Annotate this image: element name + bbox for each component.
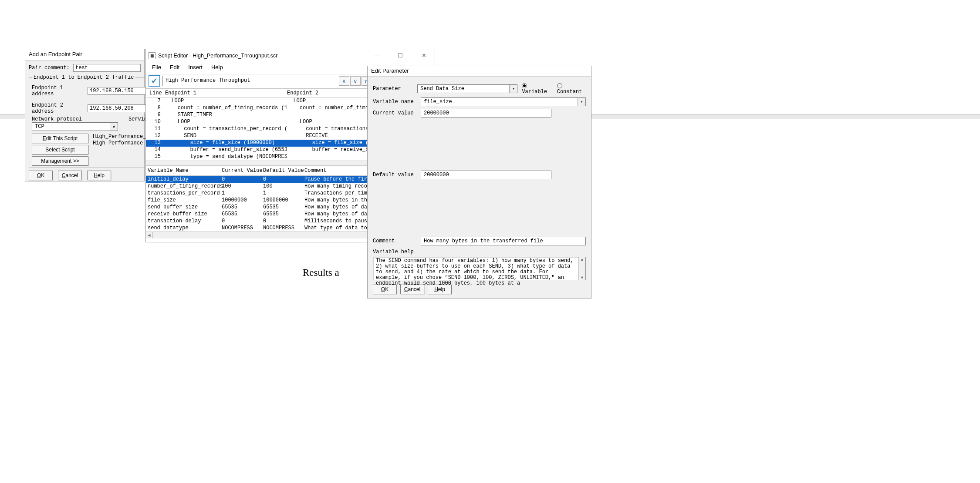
comment-input[interactable] [421,237,586,245]
variable-name-label: Variable name [373,99,416,105]
script-editor-title: Script Editor - High_Performance_Through… [158,53,368,59]
cancel-button[interactable]: Cancel [58,171,82,180]
default-value-label: Default value [373,172,416,178]
parameter-value: Send Data Size [418,85,509,93]
script-name-input[interactable]: High Performance Throughput [162,76,336,86]
current-value-label: Current value [373,110,416,116]
app-icon: ▦ [149,52,155,59]
chevron-down-icon [110,123,118,131]
edit-parameter-title: Edit Parameter [368,66,591,77]
menu-help[interactable]: Help [208,63,226,71]
network-protocol-select[interactable]: TCP [32,122,118,131]
menu-file[interactable]: File [149,63,165,71]
management-button[interactable]: Management >> [32,156,88,166]
help-button[interactable]: Help [87,171,111,180]
default-value-input[interactable] [421,171,551,179]
chevron-down-icon [578,98,585,106]
add-endpoint-pair-window: Add an Endpoint Pair Pair comment: Endpo… [25,49,145,181]
vertical-scrollbar[interactable]: ▲ ▼ [578,257,585,280]
variable-name-select[interactable]: file_size [421,97,586,106]
radio-constant[interactable]: Constant [557,83,586,95]
pair-comment-label: Pair comment: [29,65,73,71]
ok-button[interactable]: OK [373,285,397,294]
ok-button[interactable]: OK [29,171,53,180]
down-arrow-icon[interactable]: ∨ [350,76,361,86]
chevron-down-icon [509,85,517,93]
edit-parameter-window: Edit Parameter Parameter Send Data Size … [367,66,591,299]
col-var-current: Current Value [222,168,263,174]
pair-comment-input[interactable] [73,64,141,72]
check-icon[interactable]: ✔ [149,75,160,87]
addpair-title: Add an Endpoint Pair [25,49,144,60]
variable-name-value: file_size [421,98,578,106]
col-endpoint1: Endpoint 1 [165,90,287,96]
edit-this-script-button[interactable]: Edit This Script [32,134,88,143]
help-button[interactable]: Help [428,285,452,294]
network-protocol-value: TCP [32,123,110,131]
menu-insert[interactable]: Insert [185,63,206,71]
variable-help-box: The SEND command has four variables: 1) … [373,257,586,280]
parameter-select[interactable]: Send Data Size [417,84,517,93]
ep1-label: Endpoint 1 address [32,85,88,97]
traffic-legend: Endpoint 1 to Endpoint 2 Traffic [32,74,135,80]
scroll-down-icon[interactable]: ▼ [580,275,584,280]
variable-help-label: Variable help [373,249,586,255]
up-arrow-icon[interactable]: ∧ [339,76,349,86]
radio-variable[interactable]: Variable [522,83,551,95]
close-button[interactable]: ✕ [416,52,432,59]
comment-label: Comment [373,238,416,244]
col-line: Line [146,90,165,96]
traffic-fieldset: Endpoint 1 to Endpoint 2 Traffic Endpoin… [29,74,162,168]
parameter-label: Parameter [373,86,413,92]
variable-help-text: The SEND command has four variables: 1) … [373,257,578,280]
current-value-input[interactable] [421,109,551,117]
background-document-text: Results a [303,267,339,278]
ep2-label: Endpoint 2 address [32,102,88,114]
network-protocol-label: Network protocol [32,116,118,122]
scroll-up-icon[interactable]: ▲ [580,257,584,262]
minimize-button[interactable]: — [368,52,385,59]
scroll-left-icon[interactable]: ◄ [146,232,153,238]
maximize-button[interactable]: ☐ [392,52,409,59]
menu-edit[interactable]: Edit [166,63,183,71]
cancel-button[interactable]: Cancel [400,285,424,294]
col-var-name: Variable Name [148,168,222,174]
select-script-button[interactable]: Select Script [32,145,88,154]
col-var-default: Default Value [263,168,304,174]
